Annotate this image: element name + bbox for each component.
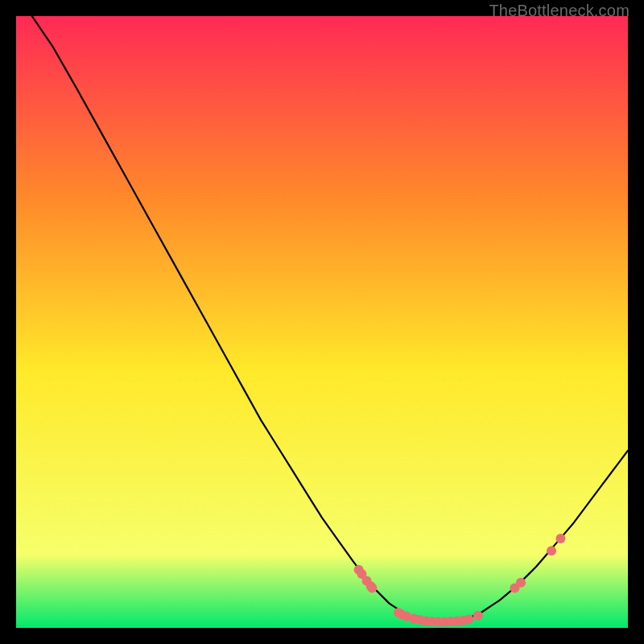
data-point [516,578,526,588]
data-point [367,584,377,593]
data-point [555,534,565,543]
chart-background [16,16,628,628]
data-point [464,614,473,624]
data-point [547,546,556,555]
data-point [473,611,483,621]
bottleneck-chart [16,16,628,628]
